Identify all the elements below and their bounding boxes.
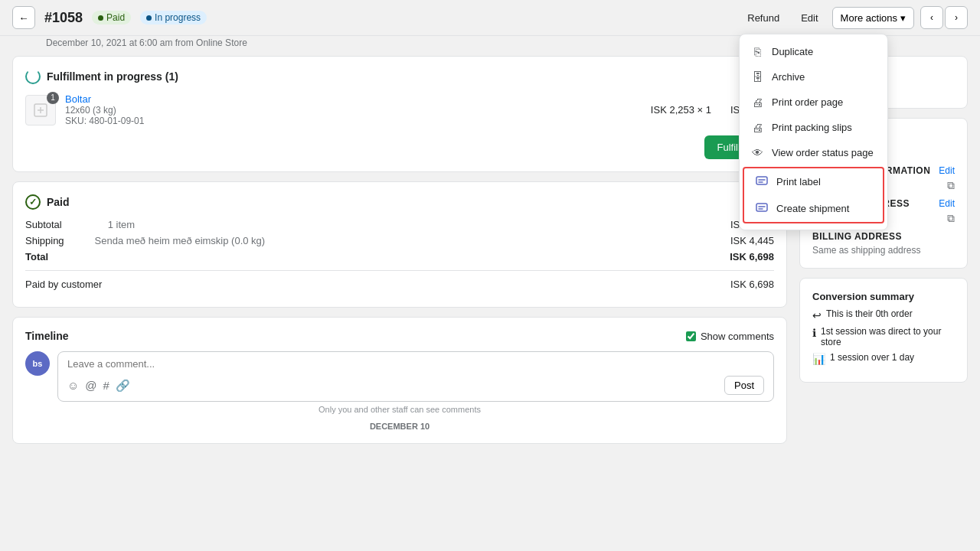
header-actions: Refund Edit More actions ▾ ‹ › bbox=[740, 6, 968, 29]
timeline-header: Timeline Show comments bbox=[25, 330, 774, 342]
comment-input-box: ☺ @ # 🔗 Post bbox=[57, 351, 774, 402]
left-column: Fulfillment in progress (1) 1 Boltar 12x… bbox=[12, 56, 787, 444]
more-actions-button[interactable]: More actions ▾ bbox=[832, 7, 914, 29]
timeline-date: DECEMBER 10 bbox=[25, 422, 774, 431]
item-badge: 1 bbox=[47, 92, 59, 104]
dropdown-item-view-status[interactable]: 👁 View order status page bbox=[740, 140, 887, 165]
dropdown-item-print-order[interactable]: 🖨 Print order page bbox=[740, 90, 887, 115]
copy-icon[interactable]: ⧉ bbox=[947, 179, 955, 192]
create-shipment-label: Create shipment bbox=[776, 203, 849, 214]
show-comments-row: Show comments bbox=[686, 331, 774, 342]
shipping-edit-link[interactable]: Edit bbox=[939, 198, 955, 209]
next-button[interactable]: › bbox=[945, 6, 968, 29]
create-shipment-icon bbox=[755, 201, 769, 216]
conversion-icon-1: ℹ bbox=[812, 327, 816, 339]
view-status-icon: 👁 bbox=[750, 146, 764, 159]
product-price-qty: ISK 2,253 × 1 bbox=[651, 104, 711, 116]
back-button[interactable]: ← bbox=[12, 6, 35, 29]
dropdown-item-archive[interactable]: 🗄 Archive bbox=[740, 64, 887, 90]
print-packing-label: Print packing slips bbox=[772, 122, 852, 133]
archive-label: Archive bbox=[772, 71, 805, 83]
edit-button[interactable]: Edit bbox=[793, 8, 825, 28]
fulfillment-header: Fulfillment in progress (1) bbox=[25, 69, 774, 84]
shipping-label: Shipping bbox=[25, 235, 64, 246]
dropdown-item-print-label[interactable]: Print label bbox=[744, 168, 883, 195]
progress-dot bbox=[146, 15, 152, 21]
dropdown-menu: ⎘ Duplicate 🗄 Archive 🖨 Print order page… bbox=[739, 34, 888, 230]
nav-arrows: ‹ › bbox=[920, 6, 968, 29]
paid-dot bbox=[98, 15, 103, 21]
paid-by-label: Paid by customer bbox=[25, 279, 102, 290]
show-comments-label: Show comments bbox=[701, 331, 774, 342]
comment-input[interactable] bbox=[67, 358, 764, 370]
highlighted-group: Print label Create shipment bbox=[743, 167, 884, 223]
subtotal-row: Subtotal 1 item ISK 2,253 bbox=[25, 219, 774, 230]
product-sku: SKU: 480-01-09-01 bbox=[65, 116, 642, 126]
page-header: ← #1058 Paid In progress Refund Edit Mor… bbox=[0, 0, 980, 36]
hashtag-icon[interactable]: # bbox=[103, 379, 109, 392]
comment-hint: Only you and other staff can see comment… bbox=[25, 405, 774, 414]
conversion-icon-0: ↩ bbox=[812, 309, 822, 321]
comment-tools: ☺ @ # 🔗 Post bbox=[67, 376, 764, 395]
billing-title: BILLING ADDRESS bbox=[812, 231, 902, 242]
order-number: #1058 bbox=[44, 10, 83, 26]
timeline-card: Timeline Show comments bs ☺ @ # bbox=[12, 317, 787, 444]
print-label-label: Print label bbox=[776, 176, 821, 187]
back-icon: ← bbox=[18, 12, 28, 24]
paid-by-row: Paid by customer ISK 6,698 bbox=[25, 279, 774, 290]
print-label-icon bbox=[755, 174, 769, 189]
avatar: bs bbox=[25, 351, 50, 376]
svg-rect-1 bbox=[756, 177, 767, 184]
duplicate-icon: ⎘ bbox=[750, 45, 764, 58]
attachment-icon[interactable]: 🔗 bbox=[116, 379, 130, 393]
conversion-item-1: ℹ 1st session was direct to your store bbox=[812, 326, 955, 347]
view-status-label: View order status page bbox=[772, 147, 874, 158]
dropdown-item-create-shipment[interactable]: Create shipment bbox=[744, 195, 883, 222]
dropdown-item-duplicate[interactable]: ⎘ Duplicate bbox=[740, 39, 887, 64]
post-button[interactable]: Post bbox=[724, 376, 764, 395]
emoji-icon[interactable]: ☺ bbox=[67, 379, 79, 392]
dropdown-item-print-packing[interactable]: 🖨 Print packing slips bbox=[740, 115, 887, 140]
product-variant: 12x60 (3 kg) bbox=[65, 105, 642, 116]
paid-badge: Paid bbox=[92, 11, 131, 24]
fulfillment-title: Fulfillment in progress (1) bbox=[47, 70, 178, 83]
comment-area: bs ☺ @ # 🔗 Post bbox=[25, 351, 774, 402]
fulfill-button-row: Fulfill item bbox=[25, 135, 774, 159]
conversion-item-2: 📊 1 session over 1 day bbox=[812, 352, 955, 365]
duplicate-label: Duplicate bbox=[772, 46, 813, 57]
product-info: Boltar 12x60 (3 kg) SKU: 480-01-09-01 bbox=[65, 93, 642, 126]
total-label: Total bbox=[25, 251, 48, 262]
order-item: 1 Boltar 12x60 (3 kg) SKU: 480-01-09-01 … bbox=[25, 93, 774, 126]
chevron-down-icon: ▾ bbox=[900, 12, 906, 24]
subtotal-label: Subtotal bbox=[25, 219, 62, 230]
paid-icon: ✓ bbox=[25, 194, 41, 210]
show-comments-checkbox[interactable] bbox=[686, 331, 696, 341]
product-link[interactable]: Boltar bbox=[65, 93, 91, 105]
fulfillment-card: Fulfillment in progress (1) 1 Boltar 12x… bbox=[12, 56, 787, 172]
refund-button[interactable]: Refund bbox=[740, 8, 787, 28]
fulfillment-progress-icon bbox=[25, 69, 41, 84]
shipping-value: ISK 4,445 bbox=[730, 235, 774, 246]
conversion-icon-2: 📊 bbox=[812, 353, 825, 365]
conversion-card: Conversion summary ↩ This is their 0th o… bbox=[799, 278, 968, 383]
mention-icon[interactable]: @ bbox=[85, 379, 96, 392]
print-order-label: Print order page bbox=[772, 96, 843, 108]
progress-badge: In progress bbox=[140, 11, 207, 24]
billing-same: Same as shipping address bbox=[812, 245, 955, 256]
shipping-copy-icon[interactable]: ⧉ bbox=[947, 212, 955, 225]
svg-rect-2 bbox=[756, 204, 767, 211]
timeline-title: Timeline bbox=[25, 330, 69, 342]
conversion-item-0: ↩ This is their 0th order bbox=[812, 308, 955, 321]
total-value: ISK 6,698 bbox=[730, 251, 774, 262]
print-order-icon: 🖨 bbox=[750, 96, 764, 109]
billing-section-header: BILLING ADDRESS bbox=[812, 231, 955, 242]
archive-icon: 🗄 bbox=[750, 70, 764, 83]
contact-edit-link[interactable]: Edit bbox=[939, 165, 955, 176]
paid-card: ✓ Paid Subtotal 1 item ISK 2,253 Shippin… bbox=[12, 181, 787, 308]
paid-header: ✓ Paid bbox=[25, 194, 774, 210]
product-image: 1 bbox=[25, 95, 56, 126]
prev-button[interactable]: ‹ bbox=[920, 6, 943, 29]
print-packing-icon: 🖨 bbox=[750, 121, 764, 134]
total-row: Total ISK 6,698 bbox=[25, 251, 774, 262]
divider bbox=[25, 270, 774, 271]
